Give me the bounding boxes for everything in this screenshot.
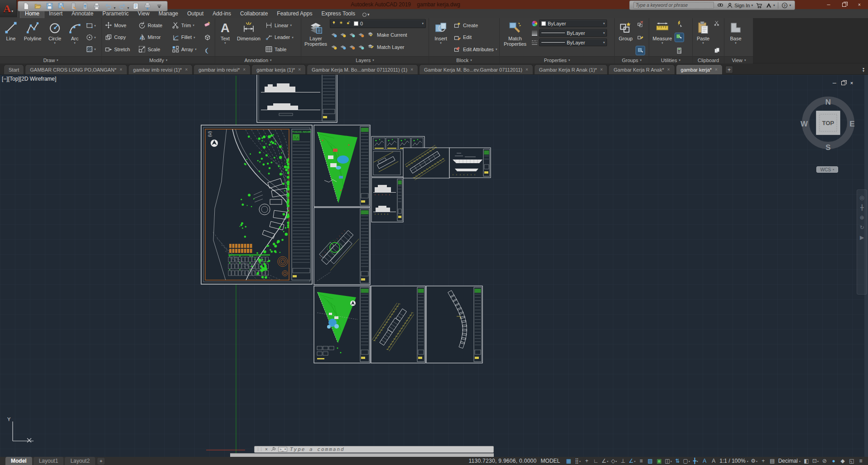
viewport-controls-label[interactable]: [−][Top][2D Wireframe] (2, 76, 56, 82)
model-space-canvas[interactable]: (U) (0, 75, 868, 457)
qat-save-icon[interactable] (44, 1, 55, 11)
gizmo-toggle[interactable]: ╋▾ (691, 457, 700, 465)
ribbon-tab-add-ins[interactable]: Add-ins (208, 9, 236, 18)
copy-clip-button[interactable] (713, 46, 722, 55)
linetype-select[interactable]: ByLayer▾ (539, 39, 607, 46)
workspace-switching-toggle[interactable]: ⚙▾ (750, 457, 759, 465)
ribbon-tab-express-tools[interactable]: Express Tools (317, 9, 359, 18)
panel-title-annotation[interactable]: Annotation▾ (215, 56, 301, 63)
rectangle-button[interactable]: ▾ (85, 19, 97, 31)
orbit-icon[interactable]: ↻ (859, 225, 864, 230)
new-drawing-tab-button[interactable]: + (725, 66, 733, 73)
grid-display-toggle[interactable]: ▦ (564, 457, 573, 465)
selection-cycling-toggle[interactable]: ▣ (655, 457, 664, 465)
layer-unlock-button[interactable] (357, 43, 366, 51)
leader-button[interactable]: Leader▾ (264, 32, 296, 43)
annotation-scale-button[interactable]: 1:1 / 100%▾ (719, 458, 748, 464)
insert-block-button[interactable]: Insert▾ (430, 19, 451, 55)
object-snap-toggle[interactable]: ∠▾ (627, 457, 637, 465)
close-tab-icon[interactable]: × (410, 67, 413, 72)
layer-on-button[interactable] (330, 43, 338, 51)
cut-button[interactable] (713, 19, 722, 28)
annotation-monitor-toggle[interactable]: + (759, 457, 768, 465)
qat-new-icon[interactable] (20, 1, 32, 11)
layout-tab-model[interactable]: Model (5, 457, 32, 465)
text-button[interactable]: AText▾ (217, 19, 234, 55)
pan-icon[interactable]: ╋ (860, 205, 863, 210)
edit-block-button[interactable]: Edit (452, 32, 497, 43)
lock-ui-toggle[interactable]: ⊡▾ (811, 457, 820, 465)
navigation-wheel-icon[interactable]: ◎ (859, 195, 864, 200)
command-line[interactable]: ⋮⋮ × >_▾ Type a command (254, 446, 494, 453)
close-tab-icon[interactable]: × (185, 67, 188, 72)
trim-button[interactable]: Trim▾ (170, 19, 202, 31)
mirror-button[interactable]: Mirror (137, 32, 169, 43)
qat-open-from-web-mobile-icon[interactable] (79, 1, 91, 11)
viewcube[interactable]: N W E S TOP (798, 93, 858, 153)
object-color-select[interactable]: ByLayer▾ (539, 19, 607, 27)
units-button[interactable]: Decimal▾ (778, 458, 800, 464)
layer-thaw-button[interactable] (348, 43, 357, 51)
lineweight-select[interactable]: ByLayer▾ (539, 29, 607, 37)
match-properties-button[interactable]: Match Properties (501, 19, 529, 55)
snap-mode-toggle[interactable]: ⣿▾ (573, 457, 582, 465)
base-button[interactable]: Base▾ (726, 19, 746, 55)
edit-attributes-button[interactable]: Edit Attributes▾ (452, 44, 497, 55)
wcs-dropdown[interactable]: WCS▾ (816, 166, 838, 173)
file-tab[interactable]: Gambar Kerja M. Bo...ambar 07112011) (1)… (307, 64, 418, 74)
file-tab[interactable]: gambar imb revisi (1)*× (128, 64, 193, 74)
close-tab-icon[interactable]: × (243, 67, 246, 72)
command-prompt-icon[interactable]: >_▾ (278, 447, 287, 452)
qat-batch-plot-icon[interactable] (142, 1, 153, 11)
copy-button[interactable]: Copy (103, 32, 136, 43)
customization-toggle[interactable]: ≡ (856, 457, 865, 465)
autodesk-app-store-icon[interactable]: ▾ (766, 2, 775, 9)
help-icon[interactable]: ? ▾ (781, 2, 791, 9)
panel-title-clipboard[interactable]: Clipboard (693, 56, 724, 63)
ungroup-button[interactable] (636, 19, 645, 28)
match-layer-button[interactable]: Match Layer (366, 41, 406, 53)
ribbon-tab-collaborate[interactable]: Collaborate (236, 9, 272, 18)
group-button[interactable]: Group (616, 19, 635, 55)
selection-filtering-toggle[interactable]: ▢▾ (682, 457, 691, 465)
ribbon-tab-featured-apps[interactable]: Featured Apps (272, 9, 317, 18)
file-tab[interactable]: Start (4, 64, 24, 74)
file-tab[interactable]: gambar kerja (1)*× (251, 64, 306, 74)
model-space-button[interactable]: MODEL (541, 458, 560, 464)
search-input[interactable] (633, 2, 714, 9)
ribbon-cycle-icon[interactable] (362, 13, 366, 17)
quick-select-button[interactable] (675, 19, 684, 28)
file-tab[interactable]: Gambar Kerja M. Bo...ev.Gambar 07112011)… (419, 64, 533, 74)
layer-lock-button[interactable] (357, 30, 366, 39)
drawing-restore-button[interactable] (841, 81, 845, 85)
qat-open-icon[interactable] (32, 1, 43, 11)
panel-title-layers[interactable]: Layers▾ (301, 56, 429, 63)
search-icon[interactable] (717, 2, 723, 9)
command-input[interactable]: Type a command (290, 446, 345, 452)
close-tab-icon[interactable]: × (298, 67, 301, 72)
qat-undo-icon[interactable] (103, 1, 114, 11)
panel-title-view[interactable]: View▾ (724, 56, 753, 63)
table-button[interactable]: Table (264, 44, 296, 55)
file-tab[interactable]: Gambar Kerja R Anak (1)*× (534, 64, 608, 74)
graphics-performance-toggle[interactable]: ● (829, 457, 838, 465)
panel-title-draw[interactable]: Draw▾ (0, 56, 101, 63)
panel-title-groups[interactable]: Groups▾ (615, 56, 649, 63)
tab-overflow-icon[interactable]: ▾▾ (863, 68, 864, 72)
close-tab-icon[interactable]: × (526, 67, 528, 72)
quick-properties-toggle[interactable]: ◧ (802, 457, 811, 465)
close-button[interactable]: × (852, 0, 867, 9)
id-point-button[interactable] (675, 33, 684, 42)
group-edit-button[interactable] (636, 33, 645, 42)
create-block-button[interactable]: Create (452, 19, 497, 31)
transparency-toggle[interactable]: ▨ (646, 457, 655, 465)
line-button[interactable]: Line (1, 19, 20, 55)
make-current-button[interactable]: Make Current (366, 29, 409, 40)
new-layout-button[interactable]: + (97, 458, 105, 465)
zoom-icon[interactable]: ⊕ (859, 215, 864, 220)
units-ruler-toggle[interactable]: ▤ (768, 457, 777, 465)
fillet-button[interactable]: Fillet▾ (170, 32, 202, 43)
arc-button[interactable]: Arc▾ (66, 19, 84, 55)
qat-save-as-icon[interactable] (56, 1, 67, 11)
clean-screen-toggle[interactable]: ◱ (847, 457, 856, 465)
